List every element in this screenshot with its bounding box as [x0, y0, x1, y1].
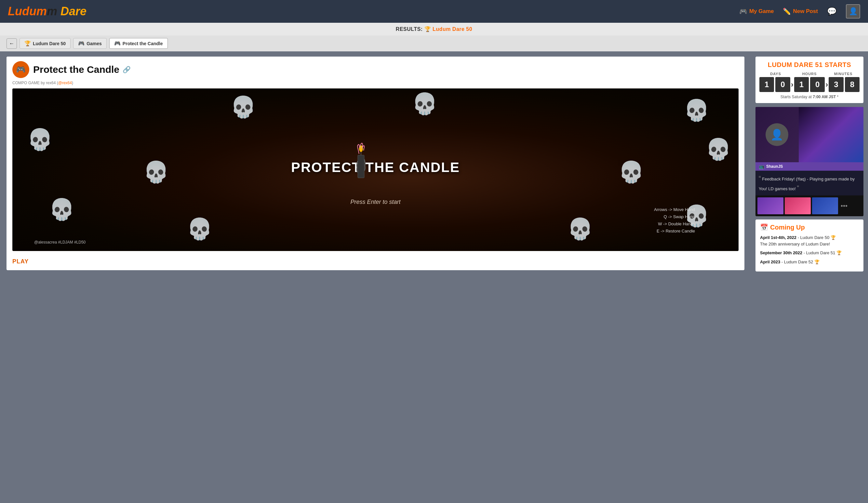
logo-dare: Dare: [61, 4, 86, 18]
stream-thumbnails: •••: [755, 196, 864, 216]
results-label: RESULTS:: [396, 26, 423, 32]
gamepad-icon: 🎮: [78, 40, 84, 46]
skull-1: 💀: [230, 95, 256, 119]
breadcrumb-ld50-label: Ludum Dare 50: [33, 41, 66, 46]
coming-up-desc-1: - Ludum Dare 50 🏆: [798, 235, 836, 240]
game-byline: COMPO GAME by rex64 (@rex64): [7, 81, 744, 88]
skull-4: 💀: [27, 127, 53, 152]
breadcrumb-ld50[interactable]: 🏆 Ludum Dare 50: [20, 38, 71, 49]
stream-thumb-2[interactable]: [785, 197, 811, 214]
digit-hours-2: 0: [810, 77, 825, 92]
control-e: E -> Restore Candle: [654, 228, 695, 235]
game-card: 🎮 Protect the Candle 🔗 COMPO GAME by rex…: [7, 56, 744, 270]
messages-button[interactable]: 💬: [827, 7, 837, 16]
byline-prefix: COMPO GAME by rex64 (: [12, 81, 58, 85]
breadcrumb-game[interactable]: 🎮 Protect the Candle: [109, 38, 168, 49]
hours-label: HOURS: [794, 72, 825, 76]
new-post-label: New Post: [793, 8, 818, 14]
countdown-sub-suffix: *: [836, 95, 838, 99]
press-enter-text: Press Enter to start: [350, 199, 400, 206]
coming-up-sub-1: The 20th anniversary of Ludum Dare!: [760, 242, 830, 247]
countdown-box: LUDUM DARE 51 STARTS DAYS HOURS MINUTES …: [755, 56, 864, 103]
digit-days-2: 0: [775, 77, 790, 92]
countdown-time: 7:00 AM JST: [813, 95, 836, 99]
twitch-icon: 📺: [759, 164, 764, 169]
play-button[interactable]: PLAY: [7, 255, 34, 270]
stream-more-button[interactable]: •••: [841, 202, 848, 210]
digit-hours-1: 1: [794, 77, 809, 92]
logo-ludum: Ludum: [8, 4, 47, 18]
byline-user-link[interactable]: @rex64: [58, 81, 72, 85]
controls-info: Arrows -> Move Hand Q -> Swap Hand W -> …: [654, 206, 695, 235]
skull-10: 💀: [187, 217, 213, 241]
skull-3: 💀: [684, 98, 710, 123]
back-button[interactable]: ←: [7, 38, 17, 49]
game-controller-icon: 🎮: [739, 8, 747, 15]
digit-sep-1: ›: [791, 80, 794, 89]
game-screenshot: 💀 💀 💀 💀 💀 💀 💀 💀 💀 💀 💀: [12, 88, 738, 251]
live-stream-video[interactable]: LIVE 🔖 47 👤 ▶: [755, 107, 864, 162]
results-bar: RESULTS: 🏆 Ludum Dare 50: [0, 23, 868, 35]
control-arrows: Arrows -> Move Hand: [654, 206, 695, 213]
minutes-label: MINUTES: [828, 72, 859, 76]
my-game-link[interactable]: 🎮 My Game: [739, 8, 774, 15]
digit-min-1: 3: [829, 77, 843, 92]
breadcrumb-games[interactable]: 🎮 Games: [73, 38, 107, 49]
skull-7: 💀: [618, 160, 644, 184]
countdown-digits: 1 0 › 1 0 › 3 8: [760, 77, 859, 92]
countdown-title-prefix: LUDUM DARE: [768, 61, 815, 68]
new-post-link[interactable]: ✏️ New Post: [783, 8, 818, 15]
results-ld-link[interactable]: Ludum Dare 50: [433, 26, 472, 32]
streamer-badge: 📺 ShaunJS: [755, 162, 864, 171]
countdown-sub-prefix: Starts Saturday at: [781, 95, 813, 99]
game-title-text: Protect the Candle: [33, 64, 120, 75]
days-label: DAYS: [760, 72, 791, 76]
my-game-label: My Game: [749, 8, 774, 14]
digit-sep-2: ›: [825, 80, 828, 89]
logo[interactable]: Ludumm Dare: [8, 4, 86, 18]
coming-up-desc-2: - Ludum Dare 51 🏆: [804, 250, 842, 255]
coming-up-item-3: April 2023 - Ludum Dare 52 🏆: [760, 259, 859, 265]
digit-min-2: 8: [845, 77, 859, 92]
candle-visual: [351, 142, 371, 188]
countdown-title-suffix: STARTS: [823, 61, 851, 68]
skull-2: 💀: [412, 92, 438, 116]
link-icon[interactable]: 🔗: [123, 66, 131, 73]
digit-days-1: 1: [760, 77, 774, 92]
trophy-icon: 🏆: [24, 40, 31, 46]
control-w: W -> Double Hands: [654, 220, 695, 228]
coming-up-item-2: September 30th 2022 - Ludum Dare 51 🏆: [760, 250, 859, 256]
control-q: Q -> Swap Hand: [654, 213, 695, 220]
content-area: 🎮 Protect the Candle 🔗 COMPO GAME by rex…: [0, 51, 751, 277]
coming-up-desc-3: - Ludum Dare 52 🏆: [782, 260, 819, 264]
main-layout: 🎮 Protect the Candle 🔗 COMPO GAME by rex…: [0, 51, 868, 277]
sidebar: LUDUM DARE 51 STARTS DAYS HOURS MINUTES …: [751, 51, 868, 277]
stream-quote-text: Feedback Friday! (!faq) - Playing games …: [759, 177, 855, 191]
stream-thumb-3[interactable]: [812, 197, 838, 214]
results-trophy-icon: 🏆: [424, 26, 431, 32]
header: Ludumm Dare 🎮 My Game ✏️ New Post 💬 👤: [0, 0, 868, 23]
stream-thumb-1[interactable]: [757, 197, 784, 214]
stream-game-preview: [799, 107, 864, 162]
streamer-avatar: 👤: [766, 123, 788, 146]
coming-up-item-1: April 1st-4th, 2022 - Ludum Dare 50 🏆 Th…: [760, 234, 859, 247]
countdown-labels: DAYS HOURS MINUTES: [760, 72, 859, 76]
breadcrumb-game-label: Protect the Candle: [123, 41, 163, 46]
pencil-icon: ✏️: [783, 8, 791, 15]
game-icon: 🎮: [12, 61, 29, 78]
breadcrumb-games-label: Games: [86, 41, 102, 46]
header-nav: 🎮 My Game ✏️ New Post 💬 👤: [739, 4, 860, 19]
streamer-name: ShaunJS: [766, 164, 783, 169]
game-screen-title: PROTECT THE CANDLE: [291, 160, 460, 175]
live-stream-box: LIVE 🔖 47 👤 ▶ 📺 ShaunJS Feedback Friday!…: [755, 107, 864, 216]
countdown-sub: Starts Saturday at 7:00 AM JST *: [760, 95, 859, 99]
coming-up-box: 📅 Coming Up April 1st-4th, 2022 - Ludum …: [755, 219, 864, 272]
skull-5: 💀: [705, 137, 731, 161]
coming-up-date-2: September 30th 2022: [760, 250, 802, 255]
calendar-icon: 📅: [760, 223, 768, 231]
byline-suffix: ): [72, 81, 73, 85]
breadcrumb: ← 🏆 Ludum Dare 50 🎮 Games 🎮 Protect the …: [0, 35, 868, 51]
game-card-header: 🎮 Protect the Candle 🔗: [7, 56, 744, 81]
avatar-button[interactable]: 👤: [846, 4, 860, 19]
coming-up-title: 📅 Coming Up: [760, 223, 859, 231]
